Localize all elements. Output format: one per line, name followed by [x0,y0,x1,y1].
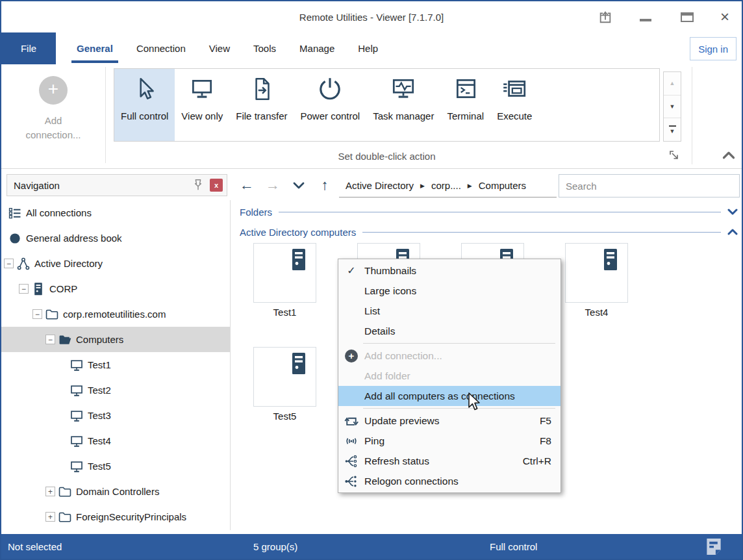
tree-item-test5[interactable]: Test5 [1,453,230,479]
tab-view-label: View [209,43,230,54]
menu-item-relogon-connections[interactable]: Relogon connections [338,471,560,491]
computer-tile-test4[interactable] [565,243,628,303]
pin-panel-icon[interactable] [192,179,205,192]
computer-tile-test5[interactable] [253,347,316,407]
folder-icon [58,510,72,524]
ribbon-separator-2 [692,67,692,164]
ribbon-expand-button[interactable]: ▼ [664,118,681,141]
sign-in-label: Sign in [698,44,728,55]
sign-in-button[interactable]: Sign in [690,37,737,60]
ribbon-scroll-up-button[interactable]: ▲ [664,72,681,95]
tab-view[interactable]: View [197,32,242,64]
menu-item-details[interactable]: Details [338,321,560,341]
history-navigation: ← → ↑ [236,174,335,196]
menu-item-label: Refresh status [364,455,523,467]
folder-icon [58,485,72,499]
back-button[interactable]: ← [236,175,257,196]
close-button[interactable]: × [712,1,738,32]
tree-item-test2[interactable]: Test2 [1,377,230,403]
execute-button[interactable]: Execute [490,69,538,141]
forward-icon: → [266,177,280,194]
tree-expander[interactable]: − [45,335,55,344]
menu-item-label: Details [364,325,560,337]
view-only-button[interactable]: View only [175,69,229,141]
menu-item-label: List [364,305,560,317]
tree-item-test4[interactable]: Test4 [1,428,230,453]
tab-general[interactable]: General [65,32,125,64]
menu-item-update-previews[interactable]: Update previewsF5 [338,411,560,431]
dialog-launcher-icon[interactable] [669,150,679,160]
forward-button[interactable]: → [262,175,283,196]
add-connection-plus-icon: + [39,76,68,105]
menu-item-label: Ping [364,435,540,447]
status-bar: Not selected 5 group(s) Full control [1,534,742,559]
ad-computers-section-header[interactable]: Active Directory computers [240,225,738,239]
tree-item-all-connections[interactable]: All connections [1,200,230,225]
scroll-up-icon: ▲ [670,80,675,86]
tab-help[interactable]: Help [346,32,390,64]
menu-item-label: Add all computers as connections [364,390,560,402]
tab-file[interactable]: File [1,32,56,64]
tree-item-general-address-book[interactable]: General address book [1,225,230,251]
menu-item-add-folder[interactable]: Add folder [338,366,560,386]
tree-expander[interactable]: − [32,309,42,319]
view-only-label: View only [181,110,223,121]
tree-expander[interactable]: − [4,259,14,268]
tree-label: corp.remoteutilities.com [63,309,166,320]
tree-expander[interactable]: + [45,487,55,496]
menu-item-thumbnails[interactable]: ✓Thumbnails [338,261,560,281]
menu-item-ping[interactable]: PingF8 [338,431,560,451]
ping-icon [344,434,359,448]
chevron-down-icon [293,182,305,189]
tree-label: Active Directory [34,258,103,269]
add-connection-button[interactable]: + Add connection... [1,70,105,164]
close-panel-button[interactable]: x [210,179,223,192]
tree-item-domain-controllers[interactable]: +Domain Controllers [1,479,230,504]
task-manager-button[interactable]: Task manager [366,69,440,141]
power-control-button[interactable]: Power control [294,69,367,141]
history-dropdown-button[interactable] [288,175,309,196]
tree-item-active-directory[interactable]: −Active Directory [1,251,230,276]
computer-tile-test1[interactable] [253,243,316,303]
menu-item-large-icons[interactable]: Large icons [338,281,560,301]
menu-item-refresh-status[interactable]: Refresh statusCtrl+R [338,451,560,471]
tab-manage[interactable]: Manage [288,32,346,64]
tree-label: General address book [26,233,122,244]
chevron-down-icon[interactable] [727,209,738,215]
computer-icon [69,409,84,423]
status-note-icon[interactable] [705,537,722,556]
full-control-button[interactable]: Full control [114,69,175,141]
terminal-button[interactable]: Terminal [440,69,490,141]
breadcrumb-item-computers[interactable]: Computers [479,180,526,191]
execute-label: Execute [497,110,532,121]
menu-item-add-connection[interactable]: +Add connection... [338,346,560,366]
tree-item-foreignsecurityprincipals[interactable]: +ForeignSecurityPrincipals [1,504,230,529]
section-rule [362,232,721,233]
breadcrumb-item-corp[interactable]: corp.... [431,180,461,191]
collapse-ribbon-button[interactable] [722,150,735,160]
tree-item-computers[interactable]: −Computers [1,327,230,352]
tab-connection[interactable]: Connection [125,32,197,64]
ad-computers-section-label: Active Directory computers [240,227,356,238]
tree-item-corp[interactable]: −CORP [1,276,230,301]
tree-item-corp-domain[interactable]: −corp.remoteutilities.com [1,301,230,327]
tree-item-test3[interactable]: Test3 [1,403,230,428]
tree-expander[interactable]: − [19,284,29,294]
tab-tools[interactable]: Tools [242,32,288,64]
pin-window-button[interactable] [592,1,618,32]
file-transfer-button[interactable]: File transfer [229,69,294,141]
up-level-button[interactable]: ↑ [314,175,335,196]
tree-expander[interactable]: + [45,512,55,522]
menu-item-add-all-computers[interactable]: Add all computers as connections [338,386,560,406]
ribbon-scroll-down-button[interactable]: ▼ [664,95,681,119]
breadcrumb-item-active-directory[interactable]: Active Directory [346,180,414,191]
folders-section-header[interactable]: Folders [240,205,738,219]
minimize-button[interactable] [633,1,659,32]
maximize-button[interactable] [674,1,700,32]
search-input[interactable] [559,175,739,197]
ribbon-tabs: General Connection View Tools Manage Hel… [65,32,390,64]
chevron-up-icon[interactable] [727,229,738,235]
add-connection-label: Add connection... [14,114,92,142]
tree-item-test1[interactable]: Test1 [1,352,230,377]
menu-item-list[interactable]: List [338,301,560,321]
